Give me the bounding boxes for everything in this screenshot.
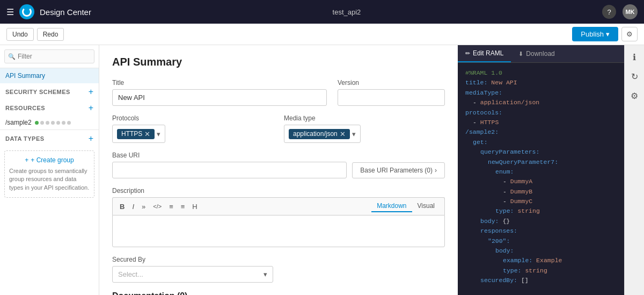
top-nav: ☰ Design Center test_api2 ? MK xyxy=(0,0,644,24)
download-icon: ⬇ xyxy=(518,51,523,57)
secured-by-section: Secured By Select... ▾ xyxy=(112,256,445,283)
content-area: API Summary Title Version Protocols HTTP… xyxy=(99,45,458,295)
right-panel-tabs: ✏ Edit RAML ⬇ Download xyxy=(458,45,624,63)
tab-markdown[interactable]: Markdown xyxy=(371,200,412,212)
title-version-row: Title Version xyxy=(112,79,445,106)
publish-area: Publish ▾ ⚙ xyxy=(572,27,638,41)
right-panel: ✏ Edit RAML ⬇ Download #%RAML 1.0 title:… xyxy=(458,45,624,295)
data-types-section: DATA TYPES + + + Create group Create gro… xyxy=(0,129,99,202)
tab-visual[interactable]: Visual xyxy=(412,200,440,212)
media-type-dropdown-arrow[interactable]: ▾ xyxy=(352,130,356,138)
security-schemes-section: SECURITY SCHEMES + xyxy=(0,83,99,99)
tab-download[interactable]: ⬇ Download xyxy=(511,45,562,62)
base-uri-row: Base URI Base URI Parameters (0) › xyxy=(112,152,445,178)
toolbar: Undo Redo Publish ▾ ⚙ xyxy=(0,24,644,45)
protocols-tag-input[interactable]: HTTPS ✕ ▾ xyxy=(112,125,165,143)
tab-edit-raml[interactable]: ✏ Edit RAML xyxy=(458,45,511,62)
media-type-tag-input[interactable]: application/json ✕ ▾ xyxy=(284,125,361,143)
documentation-section: Documentation (0) Add Documentation xyxy=(112,291,445,295)
page-title: API Summary xyxy=(112,56,445,68)
dot-options xyxy=(62,121,65,125)
protocols-group: Protocols HTTPS ✕ ▾ xyxy=(112,114,273,143)
create-group-button[interactable]: + + Create group xyxy=(9,156,90,164)
editor-tabs: Markdown Visual xyxy=(371,200,440,212)
base-uri-label: Base URI xyxy=(112,152,347,159)
bold-button[interactable]: B xyxy=(117,202,127,212)
code-button[interactable]: </> xyxy=(150,202,164,212)
media-type-label: Media type xyxy=(284,114,445,122)
title-label: Title xyxy=(112,79,327,87)
media-type-tag-remove[interactable]: ✕ xyxy=(340,130,346,138)
search-input[interactable] xyxy=(4,49,94,63)
secured-by-select[interactable]: Select... ▾ xyxy=(112,266,273,283)
application-json-tag: application/json ✕ xyxy=(289,129,350,139)
description-section: Description B I » </> ≡ ≡ H Markdown Vis… xyxy=(112,187,445,247)
code-content: #%RAML 1.0 title: New API mediaType: - a… xyxy=(458,63,624,295)
nav-left: ☰ Design Center xyxy=(6,4,91,19)
title-input[interactable] xyxy=(112,89,327,106)
protocols-dropdown-arrow[interactable]: ▾ xyxy=(157,130,160,138)
unordered-list-button[interactable]: ≡ xyxy=(178,202,188,212)
version-input[interactable] xyxy=(338,89,445,106)
redo-button[interactable]: Redo xyxy=(37,28,64,41)
version-label: Version xyxy=(338,79,445,87)
description-label: Description xyxy=(112,187,445,195)
quote-button[interactable]: » xyxy=(139,202,148,212)
plus-icon: + xyxy=(25,156,28,164)
base-uri-params-button[interactable]: Base URI Parameters (0) › xyxy=(352,162,445,178)
create-group-desc: Create groups to semantically group reso… xyxy=(9,167,90,192)
create-group-box: + + Create group Create groups to semant… xyxy=(4,150,94,198)
app-title: Design Center xyxy=(40,8,91,17)
media-type-input: application/json ✕ ▾ xyxy=(284,125,445,143)
nav-right: ? MK xyxy=(602,4,638,19)
title-group: Title xyxy=(112,79,327,106)
pencil-icon: ✏ xyxy=(465,50,470,57)
avatar[interactable]: MK xyxy=(623,4,638,19)
description-editor[interactable] xyxy=(112,215,445,247)
ordered-list-button[interactable]: ≡ xyxy=(166,202,176,212)
help-button[interactable]: ? xyxy=(602,5,616,19)
chevron-right-icon: › xyxy=(435,167,437,174)
security-schemes-header: SECURITY SCHEMES + xyxy=(0,83,99,99)
sidebar-filter: 🔍 xyxy=(0,45,99,68)
undo-button[interactable]: Undo xyxy=(6,28,34,41)
sidebar-item-api-summary[interactable]: API Summary xyxy=(0,68,99,83)
toolbar-left: Undo Redo xyxy=(6,28,64,41)
resources-section: RESOURCES + /sample2 xyxy=(0,99,99,129)
refresh-button[interactable]: ↻ xyxy=(627,69,642,84)
hamburger-icon[interactable]: ☰ xyxy=(6,7,14,17)
resources-header: RESOURCES + xyxy=(0,99,99,116)
settings-button[interactable]: ⚙ xyxy=(621,27,638,41)
dot-post xyxy=(40,121,44,125)
add-resource-button[interactable]: + xyxy=(89,104,93,112)
version-group: Version xyxy=(338,79,445,106)
settings2-button[interactable]: ⚙ xyxy=(627,88,642,103)
documentation-title: Documentation (0) xyxy=(112,291,445,295)
https-tag-remove[interactable]: ✕ xyxy=(144,130,150,138)
tab-title: test_api2 xyxy=(333,8,361,16)
italic-button[interactable]: I xyxy=(129,202,137,212)
info-button[interactable]: ℹ xyxy=(627,49,642,64)
add-data-type-button[interactable]: + xyxy=(89,134,93,143)
base-uri-input[interactable] xyxy=(112,162,347,178)
https-tag: HTTPS ✕ xyxy=(117,129,155,139)
dot-put xyxy=(46,121,49,125)
search-icon: 🔍 xyxy=(8,53,16,60)
dot-patch xyxy=(51,121,55,125)
resource-label: /sample2 xyxy=(5,119,32,126)
dot-head xyxy=(67,121,71,125)
editor-toolbar: B I » </> ≡ ≡ H Markdown Visual xyxy=(112,197,445,215)
protocols-media-row: Protocols HTTPS ✕ ▾ Media type xyxy=(112,114,445,143)
publish-button[interactable]: Publish ▾ xyxy=(572,27,618,41)
gear-icon: ⚙ xyxy=(626,30,633,38)
base-uri-group: Base URI xyxy=(112,152,347,178)
sidebar-item-sample2[interactable]: /sample2 xyxy=(0,116,99,129)
heading-button[interactable]: H xyxy=(189,202,200,212)
secured-by-label: Secured By xyxy=(112,256,445,263)
dot-delete xyxy=(56,121,60,125)
add-security-scheme-button[interactable]: + xyxy=(89,88,93,96)
filter-wrap: 🔍 xyxy=(4,49,94,63)
protocols-label: Protocols xyxy=(112,114,273,122)
editor-tools: B I » </> ≡ ≡ H xyxy=(117,202,200,212)
resource-dots xyxy=(35,121,71,125)
